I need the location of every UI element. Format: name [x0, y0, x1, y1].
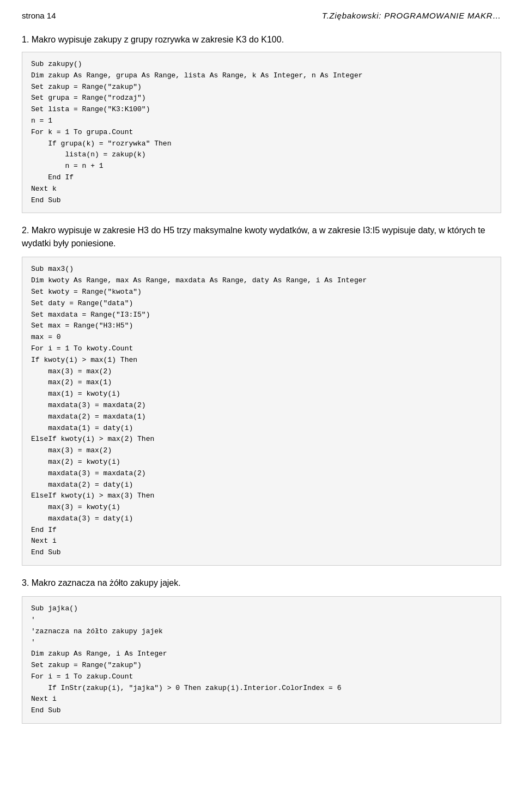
section2-heading: 2. Makro wypisuje w zakresie H3 do H5 tr…: [22, 224, 501, 250]
page-number: strona 14: [22, 11, 56, 20]
section1-code: Sub zakupy() Dim zakup As Range, grupa A…: [22, 52, 501, 213]
section1-heading: 1. Makro wypisuje zakupy z grupy rozrywk…: [22, 33, 501, 46]
section2-code: Sub max3() Dim kwoty As Range, max As Ra…: [22, 257, 501, 566]
section3-heading: 3. Makro zaznacza na żółto zakupy jajek.: [22, 577, 501, 590]
section3-code: Sub jajka() ' 'zaznacza na żółto zakupy …: [22, 596, 501, 724]
page-header: strona 14 T.Ziębakowski: PROGRAMOWANIE M…: [22, 11, 501, 20]
page-title: T.Ziębakowski: PROGRAMOWANIE MAKR…: [322, 11, 501, 20]
